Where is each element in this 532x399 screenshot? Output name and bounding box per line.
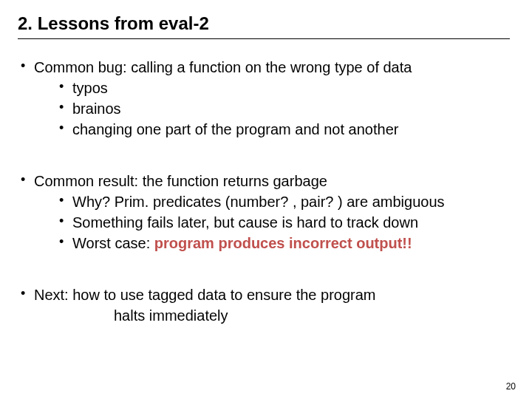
block-common-bug: Common bug: calling a function on the wr… (18, 57, 510, 140)
slide-title: 2. Lessons from eval-2 (18, 13, 510, 34)
sub-bullet-worst: Worst case: program produces incorrect o… (56, 233, 510, 253)
bullet-text: Common result: the function returns garb… (34, 173, 327, 189)
page-number: 20 (506, 381, 516, 392)
sub-bullet: changing one part of the program and not… (56, 119, 510, 140)
sub-bullet: Why? Prim. predicates (number? , pair? )… (56, 191, 510, 212)
bullet-common-result: Common result: the function returns garb… (18, 171, 510, 253)
bullet-text: Common bug: calling a function on the wr… (34, 59, 412, 75)
sub-bullet: Something fails later, but cause is hard… (56, 212, 510, 233)
bullet-text: Next: how to use tagged data to ensure t… (34, 287, 376, 303)
worst-prefix: Worst case: (72, 235, 154, 251)
title-underline (18, 38, 510, 39)
bullet-common-bug: Common bug: calling a function on the wr… (18, 57, 510, 140)
sub-bullet: typos (56, 78, 510, 98)
block-next: Next: how to use tagged data to ensure t… (18, 284, 510, 326)
bullet-next: Next: how to use tagged data to ensure t… (18, 284, 510, 305)
bullet-next-continuation: halts immediately (114, 305, 510, 326)
block-common-result: Common result: the function returns garb… (18, 171, 510, 253)
worst-emphasis: program produces incorrect output!! (154, 235, 412, 251)
sub-bullet: brainos (56, 98, 510, 119)
